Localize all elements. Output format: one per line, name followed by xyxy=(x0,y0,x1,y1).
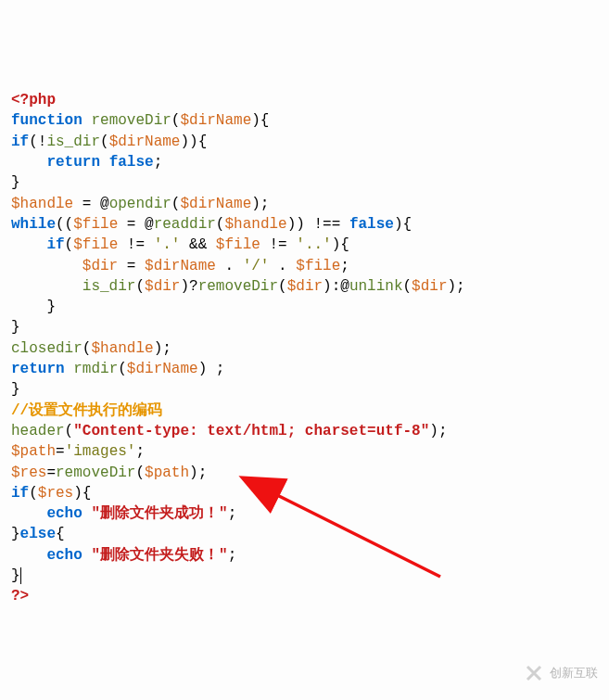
code-line: } xyxy=(11,379,598,400)
code-token: echo xyxy=(46,505,82,522)
code-token: ( xyxy=(171,112,181,129)
code-line: if($file != '.' && $file != '..'){ xyxy=(11,235,598,255)
code-token: ( xyxy=(278,278,287,295)
code-token: = @ xyxy=(73,196,108,212)
code-token: $path xyxy=(11,443,56,460)
code-token: $dir xyxy=(82,258,118,274)
code-token: return xyxy=(46,154,100,171)
code-token: ); xyxy=(429,423,447,439)
code-token: opendir xyxy=(109,196,171,212)
code-token: header xyxy=(11,423,65,439)
code-line: } xyxy=(11,317,598,337)
code-token: echo xyxy=(46,547,82,564)
code-token: && xyxy=(180,236,215,253)
code-token: else xyxy=(20,526,56,542)
code-token: ( xyxy=(100,134,109,150)
code-token xyxy=(11,505,46,522)
code-token xyxy=(82,547,92,564)
code-token xyxy=(100,154,109,171)
code-token xyxy=(65,361,74,377)
code-token: } xyxy=(11,567,20,584)
code-token: $file xyxy=(216,236,260,253)
code-token xyxy=(11,236,46,253)
code-token: ( xyxy=(135,465,145,481)
code-line: return rmdir($dirName) ; xyxy=(11,359,598,379)
code-token: is_dir xyxy=(46,134,100,150)
code-line: ?> xyxy=(11,586,598,606)
code-token: ){ xyxy=(73,485,91,502)
code-token: ); xyxy=(189,465,207,481)
code-token: if xyxy=(11,485,29,502)
code-token: rmdir xyxy=(73,361,118,377)
code-token: . xyxy=(269,258,296,274)
code-block: <?phpfunction removeDir($dirName){if(!is… xyxy=(11,90,598,606)
code-token: } xyxy=(11,319,20,336)
code-token: return xyxy=(11,361,65,377)
code-token: )){ xyxy=(180,134,207,150)
code-token: ; xyxy=(154,154,163,171)
code-token: if xyxy=(46,236,64,253)
code-token: false xyxy=(109,154,154,171)
watermark-text: 创新互联 xyxy=(550,663,598,683)
code-token xyxy=(11,547,46,564)
code-token: removeDir xyxy=(198,278,278,295)
code-token: ){ xyxy=(251,112,269,129)
code-token: ( xyxy=(29,485,38,502)
code-line: echo "删除文件夹成功！"; xyxy=(11,503,598,524)
code-token: '/' xyxy=(243,258,270,274)
code-token: while xyxy=(11,216,56,233)
code-token: closedir xyxy=(11,340,82,357)
code-token: ); xyxy=(154,340,171,357)
code-token: <?php xyxy=(11,92,56,108)
code-token: = xyxy=(46,465,56,481)
code-token: )) !== xyxy=(287,216,349,233)
code-token: ( xyxy=(135,278,145,295)
code-token: $dir xyxy=(412,278,447,295)
code-token: '.' xyxy=(154,236,181,253)
code-token: $file xyxy=(73,236,118,253)
code-token: ):@ xyxy=(323,278,349,295)
code-token: removeDir xyxy=(91,112,171,129)
code-token: . xyxy=(216,258,243,274)
code-token: $handle xyxy=(91,340,153,357)
code-token: $path xyxy=(145,465,189,481)
code-line: }else{ xyxy=(11,524,598,544)
code-token: ; xyxy=(228,547,237,564)
code-token: = xyxy=(56,443,65,460)
code-token: } xyxy=(11,174,20,191)
code-token: "删除文件夹失败！" xyxy=(91,547,227,564)
code-line: if($res){ xyxy=(11,483,598,503)
code-token xyxy=(82,112,92,129)
code-line: <?php xyxy=(11,90,598,110)
code-token: != xyxy=(260,236,296,253)
code-token: { xyxy=(56,526,65,542)
code-token: ( xyxy=(82,340,92,357)
code-line: header("Content-type: text/html; charset… xyxy=(11,421,598,441)
code-token: $dirName xyxy=(180,112,251,129)
code-token: ); xyxy=(251,196,269,212)
code-line: } xyxy=(11,566,598,586)
code-token: "删除文件夹成功！" xyxy=(91,505,227,522)
code-token xyxy=(11,154,46,171)
code-token: unlink xyxy=(349,278,403,295)
code-token: != xyxy=(118,236,153,253)
code-line: } xyxy=(11,172,598,193)
code-token: ( xyxy=(118,361,127,377)
code-token: readdir xyxy=(154,216,216,233)
code-token: } xyxy=(11,381,20,398)
code-token: false xyxy=(349,216,394,233)
code-token: ; xyxy=(340,258,349,274)
code-line: } xyxy=(11,297,598,317)
logo-cx-icon xyxy=(524,663,544,683)
code-token: ( xyxy=(403,278,412,295)
code-token xyxy=(11,258,82,274)
code-token: $res xyxy=(38,485,73,502)
code-line: return false; xyxy=(11,152,598,172)
text-cursor xyxy=(20,567,21,584)
code-token xyxy=(11,278,82,295)
code-token xyxy=(82,505,92,522)
code-line: $path='images'; xyxy=(11,441,598,462)
code-line: echo "删除文件夹失败！"; xyxy=(11,545,598,566)
code-token: ); xyxy=(448,278,465,295)
code-line: function removeDir($dirName){ xyxy=(11,110,598,131)
